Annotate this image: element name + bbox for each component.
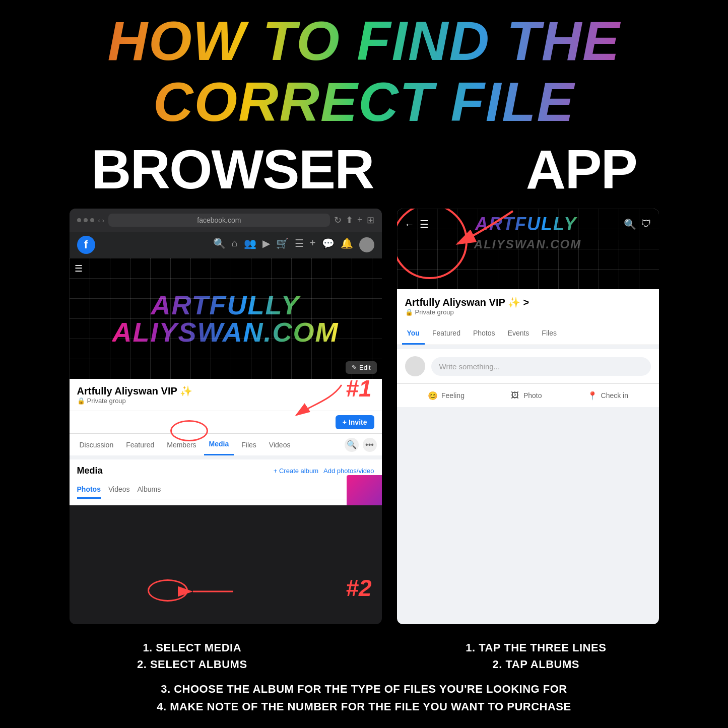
browser-screenshot: ‹ › facebook.com ↻ ⬆ + ⊞ f 🔍 ⌂ 👥 ▶ 🛒 — [70, 209, 382, 624]
app-nav-right: 🔍 🛡 — [624, 218, 651, 230]
hamburger-icon[interactable]: ☰ — [75, 263, 83, 274]
app-tab-events[interactable]: Events — [503, 323, 535, 345]
app-tab-you[interactable]: You — [402, 323, 425, 345]
app-tab-photos[interactable]: Photos — [468, 323, 500, 345]
app-group-name: Artfully Aliyswan VIP ✨ > — [405, 296, 651, 308]
sub-tab-photos[interactable]: Photos — [77, 481, 101, 499]
browser-top-bar: ‹ › facebook.com ↻ ⬆ + ⊞ — [70, 209, 382, 232]
app-header: APP — [526, 137, 637, 201]
fb-messenger-icon[interactable]: 💬 — [322, 237, 335, 252]
grid-icon[interactable]: ⊞ — [367, 215, 374, 226]
photo-label: Photo — [523, 391, 542, 400]
artfully-text-browser: ARTFULLY — [112, 291, 339, 318]
browser-instructions: 1. SELECT MEDIA 2. SELECT ALBUMS — [25, 639, 359, 673]
tab-videos[interactable]: Videos — [264, 435, 296, 455]
app-user-avatar — [405, 356, 425, 376]
bottom-instruction: 3. CHOOSE THE ALBUM FOR THE TYPE OF FILE… — [15, 678, 713, 718]
browser-dot-1 — [77, 218, 81, 222]
fb-media-actions: + Create album Add photos/video — [274, 467, 374, 475]
fb-tabs: Discussion Featured Members Media Files … — [70, 433, 382, 455]
app-instruction-2: 2. TAP ALBUMS — [369, 656, 703, 673]
app-screenshot: ← ☰ ARTFULLY 🔍 🛡 ALIYSWAN.COM — [397, 209, 659, 624]
app-feeling-btn[interactable]: 😊 Feeling — [427, 390, 465, 401]
annotation-2: #2 — [346, 574, 371, 602]
main-title: HOW TO FIND THE CORRECT FILE — [15, 10, 713, 132]
app-instructions: 1. TAP THE THREE LINES 2. TAP ALBUMS — [369, 639, 703, 673]
fb-home-icon[interactable]: ⌂ — [232, 237, 238, 252]
app-tab-featured[interactable]: Featured — [427, 323, 466, 345]
fb-menu-icon[interactable]: ☰ — [295, 237, 304, 252]
app-shield-icon[interactable]: 🛡 — [641, 218, 651, 230]
create-album-btn[interactable]: + Create album — [274, 467, 318, 475]
browser-instruction-1: 1. SELECT MEDIA — [25, 639, 359, 656]
app-write-box[interactable]: Write something... — [431, 357, 651, 376]
tab-media[interactable]: Media — [204, 434, 234, 455]
circle-media — [170, 420, 208, 441]
fb-avatar — [359, 237, 374, 252]
sub-tab-albums[interactable]: Albums — [138, 481, 161, 499]
browser-instruction-2: 2. SELECT ALBUMS — [25, 656, 359, 673]
fb-nav-icons: 🔍 ⌂ 👥 ▶ 🛒 ☰ + 💬 🔔 — [213, 237, 374, 252]
app-write-area: Write something... — [397, 345, 659, 383]
fb-notification-icon[interactable]: 🔔 — [341, 237, 353, 252]
checkin-icon: 📍 — [587, 390, 598, 401]
fb-people-icon[interactable]: 👥 — [244, 237, 256, 252]
media-thumbnail — [347, 475, 382, 505]
aliyswan-text-browser: ALIYSWAN.COM — [112, 318, 339, 346]
app-action-row: 😊 Feeling 🖼 Photo 📍 Check in — [397, 383, 659, 407]
browser-header: BROWSER — [91, 137, 373, 201]
share-icon[interactable]: ⬆ — [346, 215, 353, 226]
facebook-logo: f — [77, 236, 95, 254]
add-tab-icon[interactable]: + — [357, 215, 363, 226]
screenshots-row: ‹ › facebook.com ↻ ⬆ + ⊞ f 🔍 ⌂ 👥 ▶ 🛒 — [15, 209, 713, 624]
section-headers: BROWSER APP — [15, 137, 713, 201]
browser-dot-2 — [84, 218, 88, 222]
browser-back-btn: ‹ › — [98, 217, 104, 224]
fb-group-header: ARTFULLY ALIYSWAN.COM ✎ Edit ☰ — [70, 258, 382, 379]
checkin-label: Check in — [601, 391, 628, 400]
main-container: HOW TO FIND THE CORRECT FILE BROWSER APP… — [0, 0, 728, 728]
app-instruction-1: 1. TAP THE THREE LINES — [369, 639, 703, 656]
fb-group-logo-area: ARTFULLY ALIYSWAN.COM — [112, 291, 339, 346]
app-private-label: 🔒 Private group — [405, 308, 651, 316]
app-photo-btn[interactable]: 🖼 Photo — [509, 390, 542, 401]
instructions-row: 1. SELECT MEDIA 2. SELECT ALBUMS 1. TAP … — [15, 634, 713, 678]
fb-media-header: Media + Create album Add photos/video — [77, 466, 374, 476]
app-group-info: Artfully Aliyswan VIP ✨ > 🔒 Private grou… — [397, 289, 659, 323]
arrow-1 — [291, 380, 352, 425]
app-tabs: You Featured Photos Events Files — [397, 323, 659, 345]
feeling-icon: 😊 — [427, 390, 438, 401]
fb-media-section: Media + Create album Add photos/video Ph… — [70, 455, 382, 505]
fb-sub-tabs: Photos Videos Albums — [77, 481, 374, 499]
fb-store-icon[interactable]: 🛒 — [276, 237, 289, 252]
fb-tab-icons: 🔍 ••• — [345, 438, 377, 452]
arrow-app — [447, 209, 528, 259]
bottom-line-3: 3. CHOOSE THE ALBUM FOR THE TYPE OF FILE… — [25, 680, 703, 698]
fb-video-icon[interactable]: ▶ — [262, 237, 270, 252]
edit-button[interactable]: ✎ Edit — [346, 361, 376, 374]
circle-albums — [148, 579, 188, 602]
tab-featured[interactable]: Featured — [121, 435, 159, 455]
app-checkin-btn[interactable]: 📍 Check in — [587, 390, 628, 401]
tab-files[interactable]: Files — [236, 435, 261, 455]
sub-tab-videos[interactable]: Videos — [108, 481, 130, 499]
browser-url-bar[interactable]: facebook.com — [108, 214, 330, 227]
tab-discussion[interactable]: Discussion — [75, 435, 119, 455]
media-title: Media — [77, 466, 103, 476]
app-search-icon[interactable]: 🔍 — [624, 218, 636, 230]
app-tab-files[interactable]: Files — [537, 323, 562, 345]
add-photos-btn[interactable]: Add photos/video — [323, 467, 374, 475]
browser-dot-3 — [90, 218, 94, 222]
feeling-label: Feeling — [441, 391, 465, 400]
title-row: HOW TO FIND THE CORRECT FILE — [15, 10, 713, 132]
fb-search-icon[interactable]: 🔍 — [213, 237, 226, 252]
browser-dots — [77, 218, 94, 222]
fb-plus-icon[interactable]: + — [310, 237, 316, 252]
tab-search-icon[interactable]: 🔍 — [345, 438, 359, 452]
tab-more-icon[interactable]: ••• — [363, 438, 377, 452]
lock-icon: 🔒 — [77, 397, 85, 405]
fb-top-nav: f 🔍 ⌂ 👥 ▶ 🛒 ☰ + 💬 🔔 — [70, 232, 382, 258]
arrow-2 — [188, 584, 238, 599]
app-lock-icon: 🔒 — [405, 308, 413, 316]
refresh-icon[interactable]: ↻ — [334, 215, 342, 226]
